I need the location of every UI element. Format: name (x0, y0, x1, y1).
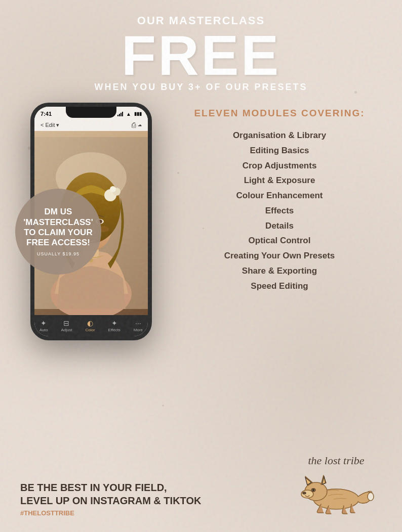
wifi-icon: ▲ (126, 111, 131, 117)
modules-title: ELEVEN MODULES COVERING: (194, 108, 365, 119)
module-item: Editing Basics (224, 143, 335, 158)
phone-icons: ▲ ▮▮▮ (117, 111, 142, 117)
phone-notch (66, 107, 116, 118)
auto-icon: ✦ (39, 319, 48, 327)
fox-illustration (298, 466, 374, 517)
footer-section: BE THE BEST IN YOUR FIELD,LEVEL UP ON IN… (0, 445, 402, 532)
adjust-icon: ⊟ (61, 319, 72, 327)
brand-logo: the lost tribe (291, 455, 382, 517)
decoration-dot (162, 405, 164, 407)
module-item: Share & Exporting (224, 263, 335, 279)
effects-label: Effects (108, 328, 120, 332)
module-item: Details (224, 218, 335, 234)
module-item: Light & Exposure (224, 173, 335, 188)
phone-edit-bar: < Edit ▾ ⎙ ☁ (34, 119, 148, 131)
subtitle-bottom: WHEN YOU BUY 3+ OF OUR PRESETS (0, 82, 402, 93)
module-item: Organisation & Library (224, 128, 335, 143)
svg-point-14 (110, 186, 116, 192)
svg-point-23 (312, 489, 314, 491)
tool-effects[interactable]: ✦ Effects (108, 319, 120, 332)
decoration-dot (177, 172, 179, 174)
dm-circle: DM US'MASTERCLASS'TO CLAIM YOURFREE ACCE… (15, 189, 101, 275)
modules-list: Organisation & Library Editing Basics Cr… (224, 128, 335, 293)
signal-icon (117, 112, 123, 116)
dm-main-text: DM US'MASTERCLASS'TO CLAIM YOURFREE ACCE… (23, 207, 93, 248)
tool-auto[interactable]: ✦ Auto (39, 319, 48, 332)
phone-time: 7:41 (41, 111, 52, 117)
module-item: Crop Adjustments (224, 158, 335, 173)
tool-color[interactable]: ◐ Color (86, 319, 95, 332)
adjust-label: Adjust (61, 328, 72, 332)
color-icon: ◐ (86, 319, 95, 327)
decoration-dot (203, 228, 204, 229)
share-icon[interactable]: ⎙ ☁ (132, 121, 142, 129)
more-icon: ··· (134, 319, 143, 327)
more-label: More (134, 328, 143, 332)
footer-main-text: BE THE BEST IN YOUR FIELD,LEVEL UP ON IN… (20, 481, 291, 507)
header-section: OUR MASTERCLASS FREE WHEN YOU BUY 3+ OF … (0, 0, 402, 93)
phone-section: 7:41 ▲ ▮▮▮ (15, 103, 167, 340)
svg-point-21 (303, 492, 306, 494)
phone-bottom-bar: ✦ Auto ⊟ Adjust ◐ Color ✦ (34, 315, 148, 336)
color-label: Color (86, 328, 95, 332)
dm-small-text: USUALLY $19.95 (37, 251, 79, 256)
phone-back-button[interactable]: < Edit ▾ (41, 122, 60, 128)
tool-adjust[interactable]: ⊟ Adjust (61, 319, 72, 332)
footer-hashtag: #THELOSTTRIBE (20, 509, 291, 517)
module-item: Optical Control (224, 233, 335, 248)
footer-right: the lost tribe (291, 455, 382, 517)
main-content: 7:41 ▲ ▮▮▮ (0, 93, 402, 340)
decoration-dot (354, 91, 357, 94)
module-item: Effects (224, 203, 335, 218)
battery-icon: ▮▮▮ (134, 111, 142, 116)
auto-label: Auto (39, 328, 48, 332)
tool-more[interactable]: ··· More (134, 319, 143, 332)
effects-icon: ✦ (108, 319, 120, 327)
modules-section: ELEVEN MODULES COVERING: Organisation & … (172, 103, 387, 340)
brand-name: the lost tribe (291, 455, 382, 466)
module-item: Colour Enhancement (224, 188, 335, 203)
free-headline: FREE (0, 27, 402, 84)
module-item: Creating Your Own Presets (224, 248, 335, 263)
page-container: OUR MASTERCLASS FREE WHEN YOU BUY 3+ OF … (0, 0, 402, 532)
footer-left: BE THE BEST IN YOUR FIELD,LEVEL UP ON IN… (20, 481, 291, 517)
phone-share-icons: ⎙ ☁ (132, 121, 142, 129)
module-item: Speed Editing (224, 279, 335, 294)
svg-point-18 (368, 493, 374, 501)
